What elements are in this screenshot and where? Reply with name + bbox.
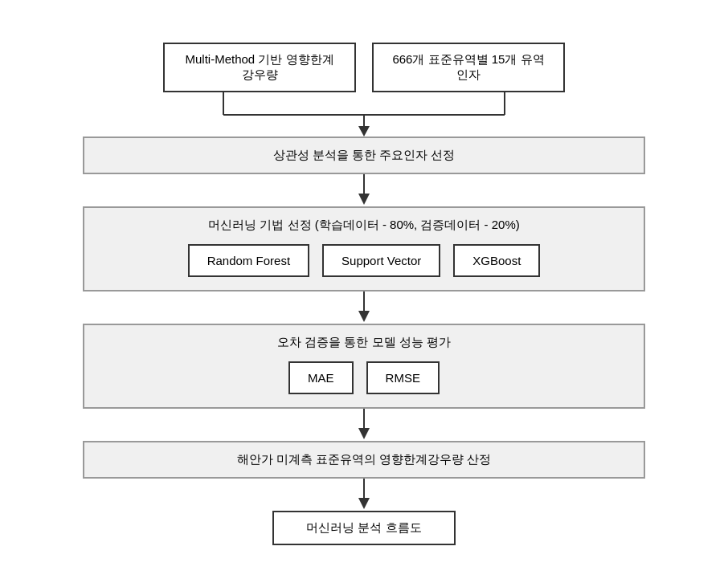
- ml-method-0: Random Forest: [188, 244, 309, 277]
- flowchart: Multi-Method 기반 영향한계강우량 666개 표준유역별 15개 유…: [83, 43, 645, 545]
- top-right-box: 666개 표준유역별 15개 유역인자: [372, 43, 565, 92]
- svg-marker-6: [358, 194, 370, 205]
- step2-title: 머신러닝 기법 선정 (학습데이터 - 80%, 검증데이터 - 20%): [100, 218, 628, 233]
- svg-marker-8: [358, 311, 370, 322]
- ml-methods-row: Random Forest Support Vector XGBoost: [100, 244, 628, 277]
- svg-marker-12: [358, 498, 370, 509]
- top-row: Multi-Method 기반 영향한계강우량 666개 표준유역별 15개 유…: [83, 43, 645, 92]
- error-metrics-row: MAE RMSE: [100, 361, 628, 394]
- step2-box: 머신러닝 기법 선정 (학습데이터 - 80%, 검증데이터 - 20%) Ra…: [83, 206, 645, 291]
- svg-marker-10: [358, 428, 370, 439]
- arrow-2: [352, 291, 376, 324]
- step1-box: 상관성 분석을 통한 주요인자 선정: [83, 137, 645, 174]
- arrow-1: [352, 174, 376, 206]
- ml-method-1: Support Vector: [322, 244, 440, 277]
- step3-box: 오차 검증을 통한 모델 성능 평가 MAE RMSE: [83, 324, 645, 409]
- error-metric-0: MAE: [288, 361, 354, 394]
- step3-title: 오차 검증을 통한 모델 성능 평가: [100, 335, 628, 350]
- error-metric-1: RMSE: [366, 361, 440, 394]
- arrow-4: [352, 479, 376, 511]
- arrow-3: [352, 409, 376, 441]
- step4-box: 해안가 미계측 표준유역의 영향한계강우량 산정: [83, 441, 645, 479]
- ml-method-2: XGBoost: [453, 244, 540, 277]
- top-left-box: Multi-Method 기반 영향한계강우량: [163, 43, 356, 92]
- final-label-box: 머신러닝 분석 흐름도: [272, 511, 455, 545]
- merge-connector: [83, 92, 645, 137]
- svg-marker-4: [358, 126, 370, 137]
